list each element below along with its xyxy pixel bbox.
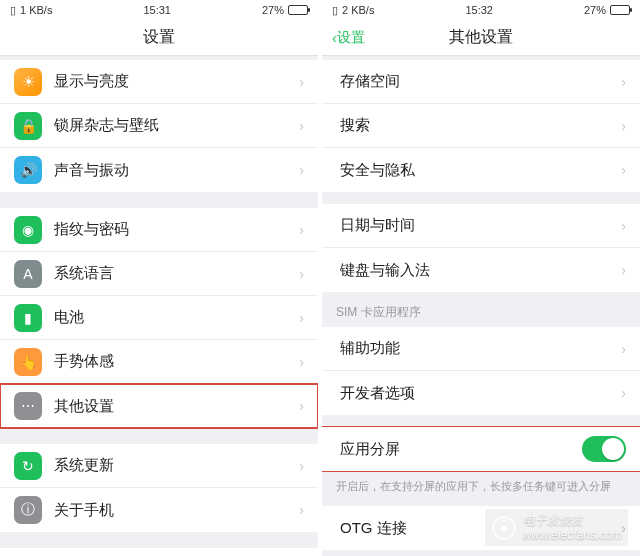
system-language-icon: A bbox=[14, 260, 42, 288]
back-button[interactable]: ‹ 设置 bbox=[332, 29, 365, 47]
row-label: OTG 连接 bbox=[340, 519, 621, 538]
chevron-right-icon: › bbox=[621, 520, 626, 536]
status-bar: ▯ 1 KB/s 15:31 27% bbox=[0, 0, 318, 20]
lockscreen-wallpaper-row[interactable]: 🔒锁屏杂志与壁纸› bbox=[0, 104, 318, 148]
other-settings-icon: ⋯ bbox=[14, 392, 42, 420]
gesture-row[interactable]: 👆手势体感› bbox=[0, 340, 318, 384]
keyboard-input-row[interactable]: 键盘与输入法› bbox=[322, 248, 640, 292]
chevron-right-icon: › bbox=[621, 262, 626, 278]
row-label: 显示与亮度 bbox=[54, 72, 299, 91]
security-privacy-row[interactable]: 安全与隐私› bbox=[322, 148, 640, 192]
app-split-screen-row[interactable]: 应用分屏 bbox=[322, 427, 640, 471]
battery-percent: 27% bbox=[262, 4, 284, 16]
row-label: 安全与隐私 bbox=[340, 161, 621, 180]
sound-vibration-icon: 🔊 bbox=[14, 156, 42, 184]
sound-vibration-row[interactable]: 🔊声音与振动› bbox=[0, 148, 318, 192]
chevron-right-icon: › bbox=[299, 74, 304, 90]
date-time-row[interactable]: 日期与时间› bbox=[322, 204, 640, 248]
system-language-row[interactable]: A系统语言› bbox=[0, 252, 318, 296]
row-label: 手势体感 bbox=[54, 352, 299, 371]
battery-icon bbox=[610, 5, 630, 15]
row-label: 存储空间 bbox=[340, 72, 621, 91]
status-time: 15:31 bbox=[143, 4, 171, 16]
about-phone-row[interactable]: ⓘ关于手机› bbox=[0, 488, 318, 532]
app-split-toggle[interactable] bbox=[582, 436, 626, 462]
row-label: 系统更新 bbox=[54, 456, 299, 475]
fingerprint-password-row[interactable]: ◉指纹与密码› bbox=[0, 208, 318, 252]
row-label: 辅助功能 bbox=[340, 339, 621, 358]
row-label: 日期与时间 bbox=[340, 216, 621, 235]
developer-options-row[interactable]: 开发者选项› bbox=[322, 371, 640, 415]
row-label: 搜索 bbox=[340, 116, 621, 135]
fingerprint-password-icon: ◉ bbox=[14, 216, 42, 244]
chevron-right-icon: › bbox=[299, 354, 304, 370]
chevron-right-icon: › bbox=[299, 266, 304, 282]
about-phone-icon: ⓘ bbox=[14, 496, 42, 524]
cloud-service-row[interactable]: ☁云服务› bbox=[0, 548, 318, 556]
status-time: 15:32 bbox=[465, 4, 493, 16]
chevron-right-icon: › bbox=[621, 162, 626, 178]
row-label: 声音与振动 bbox=[54, 161, 299, 180]
storage-row[interactable]: 存储空间› bbox=[322, 60, 640, 104]
lockscreen-wallpaper-icon: 🔒 bbox=[14, 112, 42, 140]
sim-section-header: SIM 卡应用程序 bbox=[322, 292, 640, 327]
chevron-right-icon: › bbox=[299, 118, 304, 134]
toggle-footnote: 开启后，在支持分屏的应用下，长按多任务键可进入分屏 bbox=[322, 471, 640, 502]
status-bar: ▯ 2 KB/s 15:32 27% bbox=[322, 0, 640, 20]
battery-icon: ▮ bbox=[14, 304, 42, 332]
chevron-right-icon: › bbox=[621, 341, 626, 357]
row-label: 锁屏杂志与壁纸 bbox=[54, 116, 299, 135]
sim-icon: ▯ bbox=[332, 4, 338, 17]
toggle-label: 应用分屏 bbox=[340, 440, 582, 459]
page-title: 设置 bbox=[143, 27, 175, 48]
chevron-right-icon: › bbox=[621, 118, 626, 134]
otg-connect-row[interactable]: OTG 连接› bbox=[322, 506, 640, 550]
chevron-right-icon: › bbox=[299, 222, 304, 238]
sim-icon: ▯ bbox=[10, 4, 16, 17]
chevron-right-icon: › bbox=[621, 74, 626, 90]
battery-percent: 27% bbox=[584, 4, 606, 16]
search-row[interactable]: 搜索› bbox=[322, 104, 640, 148]
chevron-right-icon: › bbox=[299, 310, 304, 326]
chevron-right-icon: › bbox=[621, 218, 626, 234]
display-brightness-row[interactable]: ☀显示与亮度› bbox=[0, 60, 318, 104]
net-speed: 1 KB/s bbox=[20, 4, 52, 16]
system-update-row[interactable]: ↻系统更新› bbox=[0, 444, 318, 488]
nav-bar: ‹ 设置 其他设置 bbox=[322, 20, 640, 56]
back-label: 设置 bbox=[337, 29, 365, 47]
row-label: 指纹与密码 bbox=[54, 220, 299, 239]
other-settings-screen: ▯ 2 KB/s 15:32 27% ‹ 设置 其他设置 存储空间›搜索›安全与… bbox=[322, 0, 640, 556]
settings-screen: ▯ 1 KB/s 15:31 27% 设置 ☀显示与亮度›🔒锁屏杂志与壁纸›🔊声… bbox=[0, 0, 318, 556]
chevron-right-icon: › bbox=[299, 162, 304, 178]
page-title: 其他设置 bbox=[449, 27, 513, 48]
row-label: 其他设置 bbox=[54, 397, 299, 416]
system-update-icon: ↻ bbox=[14, 452, 42, 480]
row-label: 系统语言 bbox=[54, 264, 299, 283]
chevron-right-icon: › bbox=[621, 385, 626, 401]
row-label: 关于手机 bbox=[54, 501, 299, 520]
row-label: 键盘与输入法 bbox=[340, 261, 621, 280]
battery-icon bbox=[288, 5, 308, 15]
nav-bar: 设置 bbox=[0, 20, 318, 56]
accessibility-row[interactable]: 辅助功能› bbox=[322, 327, 640, 371]
net-speed: 2 KB/s bbox=[342, 4, 374, 16]
row-label: 开发者选项 bbox=[340, 384, 621, 403]
row-label: 电池 bbox=[54, 308, 299, 327]
chevron-right-icon: › bbox=[299, 502, 304, 518]
chevron-right-icon: › bbox=[299, 458, 304, 474]
battery-row[interactable]: ▮电池› bbox=[0, 296, 318, 340]
other-settings-row[interactable]: ⋯其他设置› bbox=[0, 384, 318, 428]
display-brightness-icon: ☀ bbox=[14, 68, 42, 96]
chevron-right-icon: › bbox=[299, 398, 304, 414]
gesture-icon: 👆 bbox=[14, 348, 42, 376]
